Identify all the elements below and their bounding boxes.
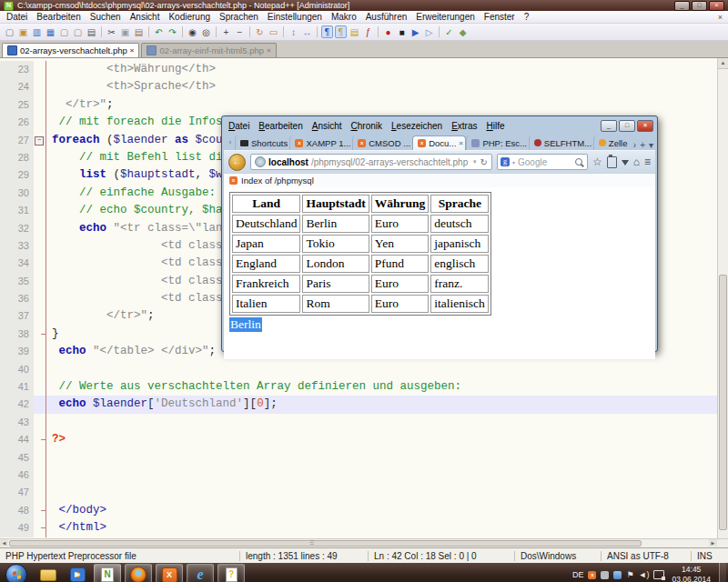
code-line[interactable]: 25 </tr>"; xyxy=(0,96,718,114)
taskbar-firefox[interactable] xyxy=(125,564,152,582)
plugin-icon[interactable]: ◆ xyxy=(457,25,469,38)
horizontal-scrollbar[interactable]: ◀ ☰ ▶ xyxy=(0,538,728,547)
scroll-right-arrow[interactable]: ▶ xyxy=(709,539,717,547)
code-line[interactable]: 47 xyxy=(0,484,718,501)
new-tab-button[interactable]: + xyxy=(640,140,645,150)
macro-record-icon[interactable]: ● xyxy=(382,25,394,38)
browser-tab[interactable]: xXAMPP 1... xyxy=(289,135,352,150)
fold-marker-icon[interactable]: − xyxy=(35,136,44,146)
maximize-button[interactable]: □ xyxy=(692,1,707,11)
tab-scroll-right-arrow[interactable]: › xyxy=(633,140,636,150)
code-line[interactable]: 45 xyxy=(0,449,718,467)
firefox-menu-hilfe[interactable]: Hilfe xyxy=(487,121,505,131)
reload-icon[interactable]: ↻ xyxy=(480,157,488,167)
firefox-menu-bearbeiten[interactable]: Bearbeiten xyxy=(258,121,302,131)
minimize-button[interactable]: _ xyxy=(674,1,690,11)
vertical-scrollbar[interactable]: ▲ xyxy=(717,58,728,538)
monitor-icon[interactable]: ▭ xyxy=(268,25,279,38)
code-line[interactable]: 49 </html> xyxy=(0,519,718,537)
taskbar-notepadpp[interactable]: N xyxy=(94,564,121,582)
code-line[interactable]: 23 <th>Währung</th> xyxy=(0,61,718,78)
firefox-menu-ansicht[interactable]: Ansicht xyxy=(312,121,342,131)
close-all-icon[interactable]: ▢ xyxy=(72,25,84,38)
close-doc-icon[interactable]: ▢ xyxy=(58,25,70,38)
xampp-tray-icon[interactable]: x xyxy=(588,571,596,579)
back-button[interactable]: ← xyxy=(228,154,246,171)
menu-item-erweiterungen[interactable]: Erweiterungen xyxy=(411,12,479,22)
menu-item-einstellungen[interactable]: Einstellungen xyxy=(263,12,327,22)
find-icon[interactable]: ◉ xyxy=(187,25,198,38)
cut-icon[interactable]: ✂ xyxy=(106,25,117,38)
save-all-icon[interactable]: ▦ xyxy=(45,25,56,38)
start-button[interactable] xyxy=(5,564,27,582)
sync-horizontal-icon[interactable]: ↔ xyxy=(301,25,313,38)
scroll-up-arrow[interactable]: ▲ xyxy=(718,58,728,69)
new-file-icon[interactable]: ▢ xyxy=(4,25,15,38)
zoom-in-icon[interactable]: + xyxy=(220,25,232,38)
bookmark-item[interactable]: Index of /phpmysql xyxy=(241,176,314,186)
horizontal-scroll-thumb[interactable] xyxy=(9,540,642,547)
tab-scroll-left-arrow[interactable]: ‹ xyxy=(226,135,235,150)
code-line[interactable]: 24 <th>Sprache</th> xyxy=(0,78,718,95)
menu-item-suchen[interactable]: Suchen xyxy=(86,12,126,22)
code-line[interactable]: 44?> xyxy=(0,431,718,448)
taskbar-xampp[interactable]: X xyxy=(156,564,183,582)
action-center-flag-icon[interactable]: ⚑ xyxy=(626,570,633,579)
menu-item-fenster[interactable]: Fenster xyxy=(480,12,520,22)
firefox-minimize-button[interactable]: _ xyxy=(601,120,617,132)
network-icon[interactable] xyxy=(653,570,664,579)
doc-map-icon[interactable]: ▤ xyxy=(349,25,360,38)
url-dropdown-arrow[interactable]: ▼ xyxy=(472,159,478,165)
firefox-menu-chronik[interactable]: Chronik xyxy=(351,121,382,131)
menu-item-?[interactable]: ? xyxy=(520,12,534,22)
browser-tab[interactable]: Zelle xyxy=(593,135,631,150)
scroll-left-arrow[interactable]: ◀ xyxy=(0,539,8,547)
firefox-menu-datei[interactable]: Datei xyxy=(228,121,249,131)
site-identity-globe-icon[interactable] xyxy=(255,156,266,167)
macro-stop-icon[interactable]: ■ xyxy=(396,25,408,38)
firefox-menu-lesezeichen[interactable]: Lesezeichen xyxy=(391,121,442,131)
tab-close-icon[interactable]: × xyxy=(267,46,271,55)
document-tab[interactable]: 02-arrays-verschachtelt.php× xyxy=(2,43,139,57)
tray-icon[interactable] xyxy=(613,571,622,579)
macro-save-icon[interactable]: ▷ xyxy=(423,25,435,38)
tab-close-icon[interactable]: × xyxy=(459,139,463,147)
search-icon[interactable] xyxy=(575,158,582,166)
close-button[interactable]: × xyxy=(709,1,724,11)
taskbar-media-player[interactable]: ▶ xyxy=(65,565,90,582)
taskbar-internet-explorer[interactable]: e xyxy=(187,564,214,582)
show-desktop-button[interactable] xyxy=(719,563,726,582)
show-symbols-icon[interactable]: ¶ xyxy=(335,25,347,38)
hamburger-menu-icon[interactable]: ≡ xyxy=(644,156,651,167)
code-line[interactable]: 42 echo $laender['Deutschland'][0]; xyxy=(0,396,718,413)
taskbar-explorer[interactable] xyxy=(35,565,61,582)
macro-play-icon[interactable]: ▶ xyxy=(410,25,421,38)
word-wrap-icon[interactable]: ¶ xyxy=(321,25,333,38)
browser-tab[interactable]: Shortcuts xyxy=(235,135,289,150)
code-line[interactable]: 40 xyxy=(0,361,718,378)
firefox-menu-extras[interactable]: Extras xyxy=(451,121,477,131)
search-engine-dropdown[interactable]: ▾ xyxy=(512,159,515,166)
document-close-icon[interactable]: × xyxy=(718,13,723,22)
selected-text[interactable]: Berlin xyxy=(229,317,262,332)
refresh-icon[interactable]: ↻ xyxy=(254,25,266,38)
firefox-close-button[interactable]: × xyxy=(637,120,653,132)
document-tab[interactable]: 02-array-einf-mit-html5.php× xyxy=(141,43,276,57)
sync-vertical-icon[interactable]: ↕ xyxy=(288,25,299,38)
menu-item-makro[interactable]: Makro xyxy=(327,12,361,22)
taskbar-help-file[interactable]: ? xyxy=(217,564,245,582)
bookmarks-menu-icon[interactable] xyxy=(607,156,617,168)
copy-icon[interactable]: ▣ xyxy=(119,25,131,38)
zoom-out-icon[interactable]: − xyxy=(234,25,246,38)
url-bar[interactable]: localhost /phpmysql/02-arrays-verschacht… xyxy=(250,154,492,170)
language-indicator[interactable]: DE xyxy=(572,570,584,579)
google-icon[interactable]: g xyxy=(500,157,510,166)
menu-item-ausfhren[interactable]: Ausführen xyxy=(361,12,412,22)
redo-icon[interactable]: ↷ xyxy=(167,25,178,38)
menu-item-datei[interactable]: Datei xyxy=(2,12,32,22)
code-line[interactable]: 43 xyxy=(0,414,718,431)
function-list-icon[interactable]: ƒ xyxy=(362,25,374,38)
paste-icon[interactable]: ▤ xyxy=(133,25,145,38)
code-line[interactable]: 48 </body> xyxy=(0,502,718,519)
replace-icon[interactable]: ◎ xyxy=(200,25,212,38)
